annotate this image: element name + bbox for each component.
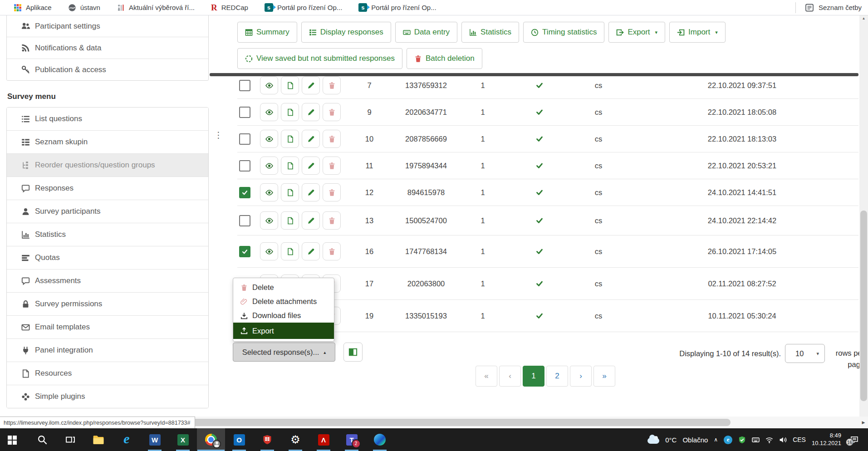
view-response-button[interactable] — [260, 76, 278, 94]
sidebar-item-participant-settings[interactable]: Participant settings — [7, 15, 208, 37]
vertical-scrollbar[interactable]: ▲ — [859, 15, 868, 417]
excel-button[interactable]: X — [169, 428, 197, 451]
taskbar-search-button[interactable] — [28, 428, 56, 451]
response-file-button[interactable] — [281, 211, 299, 230]
menu-item-download-files[interactable]: Download files — [233, 309, 334, 323]
keyboard-language[interactable]: CES — [793, 436, 806, 443]
internet-explorer-button[interactable]: e — [113, 428, 141, 451]
sidebar-item-reorder-questions[interactable]: Reorder questions/question groups — [7, 153, 208, 176]
acrobat-button[interactable]: Λ — [309, 428, 338, 451]
scroll-up-arrow[interactable]: ▲ — [859, 16, 868, 20]
volume-icon[interactable] — [779, 436, 787, 444]
timing-statistics-button[interactable]: Timing statistics — [523, 22, 604, 43]
pagination-prev-button[interactable]: ‹ — [499, 366, 521, 387]
weather-condition[interactable]: Oblačno — [682, 436, 708, 444]
delete-response-button[interactable] — [323, 242, 341, 260]
delete-response-button[interactable] — [323, 76, 341, 94]
vertical-scrollbar-thumb[interactable] — [860, 211, 867, 401]
edit-response-button[interactable] — [302, 76, 320, 94]
bookmark-item-ustavn[interactable]: ústavn — [68, 4, 100, 12]
edit-response-button[interactable] — [302, 157, 320, 175]
hidden-icons-chevron[interactable]: ∧ — [714, 436, 718, 443]
summary-button[interactable]: Summary — [237, 22, 297, 43]
bookmark-item-redcap[interactable]: R REDCap — [211, 3, 248, 12]
export-dropdown-button[interactable]: Export ▾ — [608, 22, 665, 43]
teams-button[interactable]: T2 — [338, 428, 366, 451]
row-checkbox[interactable] — [239, 80, 250, 91]
row-checkbox[interactable] — [239, 133, 250, 145]
delete-response-button[interactable] — [323, 211, 341, 230]
weather-cloud-icon[interactable] — [647, 438, 659, 444]
row-checkbox[interactable] — [239, 160, 250, 172]
word-button[interactable]: W — [141, 428, 169, 451]
pagination-page-2-button[interactable]: 2 — [546, 366, 568, 387]
chrome-button[interactable] — [197, 428, 225, 451]
defender-shield-icon[interactable] — [738, 436, 746, 444]
edge-button[interactable] — [366, 428, 394, 451]
pagination-last-button[interactable]: » — [593, 366, 615, 387]
wifi-icon[interactable] — [765, 436, 773, 444]
response-file-button[interactable] — [281, 103, 299, 121]
sidebar-item-simple-plugins[interactable]: Simple plugins — [7, 385, 208, 408]
horizontal-scrollbar[interactable]: ◀ ▶ — [162, 417, 868, 428]
sidebar-item-notifications-data[interactable]: Notifications & data — [7, 37, 208, 59]
menu-item-delete[interactable]: Delete — [233, 280, 334, 294]
view-response-button[interactable] — [260, 130, 278, 148]
pagination-page-1-button[interactable]: 1 — [523, 366, 544, 387]
view-response-button[interactable] — [260, 242, 278, 260]
scroll-right-arrow[interactable]: ▶ — [859, 417, 868, 428]
file-explorer-button[interactable] — [84, 428, 113, 451]
response-file-button[interactable] — [281, 76, 299, 94]
delete-response-button[interactable] — [323, 130, 341, 148]
horizontal-scrollbar-thumb[interactable] — [172, 419, 731, 426]
sidebar-item-quotas[interactable]: Quotas — [7, 246, 208, 269]
security-app-button[interactable] — [253, 428, 281, 451]
view-saved-responses-button[interactable]: View saved but not submitted responses — [237, 48, 402, 69]
response-file-button[interactable] — [281, 242, 299, 260]
sidebar-item-statistics[interactable]: Statistics — [7, 223, 208, 246]
view-response-button[interactable] — [260, 183, 278, 201]
bookmark-item-portal-2[interactable]: s Portál pro řízení Op... — [358, 3, 436, 12]
sidebar-item-survey-permissions[interactable]: Survey permissions — [7, 292, 208, 315]
edit-response-button[interactable] — [302, 130, 320, 148]
data-entry-button[interactable]: Data entry — [395, 22, 457, 43]
delete-response-button[interactable] — [323, 103, 341, 121]
sidebar-item-responses[interactable]: Responses — [7, 176, 208, 200]
row-checkbox[interactable] — [239, 107, 250, 118]
page-size-select[interactable]: 10 ▾ — [785, 344, 825, 363]
selected-responses-button[interactable]: Selected response(s)... ▴ — [233, 343, 335, 362]
view-response-button[interactable] — [260, 103, 278, 121]
response-file-button[interactable] — [281, 183, 299, 201]
menu-item-delete-attachments[interactable]: Delete attachments — [233, 294, 334, 309]
start-button[interactable] — [0, 428, 28, 451]
row-checkbox[interactable] — [239, 215, 250, 226]
sidebar-item-publication-access[interactable]: Publication & access — [7, 59, 208, 80]
settings-button[interactable]: ⚙ — [281, 428, 309, 451]
bookmark-item-portal-1[interactable]: s Portál pro řízení Op... — [265, 3, 342, 12]
sidebar-item-survey-participants[interactable]: Survey participants — [7, 200, 208, 223]
delete-response-button[interactable] — [323, 183, 341, 201]
menu-item-export[interactable]: Export — [233, 323, 334, 339]
sidebar-item-list-questions[interactable]: List questions — [7, 108, 208, 130]
response-file-button[interactable] — [281, 157, 299, 175]
column-settings-button[interactable] — [343, 343, 363, 362]
display-responses-button[interactable]: Display responses — [301, 22, 391, 43]
edit-response-button[interactable] — [302, 242, 320, 260]
edit-response-button[interactable] — [302, 211, 320, 230]
response-file-button[interactable] — [281, 130, 299, 148]
view-response-button[interactable] — [260, 157, 278, 175]
weather-temp[interactable]: 0°C — [665, 436, 677, 444]
statistics-button[interactable]: Statistics — [461, 22, 519, 43]
row-checkbox-checked[interactable] — [239, 246, 250, 257]
reading-list-button[interactable]: Seznam četby — [795, 2, 862, 13]
task-view-button[interactable] — [56, 428, 84, 451]
sidebar-resize-handle[interactable]: ⋮ — [214, 132, 221, 137]
import-dropdown-button[interactable]: Import ▾ — [669, 22, 726, 43]
bookmark-item-aktualni[interactable]: Aktuální výběrová ří... — [117, 4, 195, 12]
taskbar-clock[interactable]: 8:49 10.12.2021 — [812, 432, 841, 447]
sidebar-item-seznam-skupin[interactable]: Seznam skupin — [7, 130, 208, 153]
batch-deletion-button[interactable]: Batch deletion — [407, 48, 482, 69]
sidebar-item-email-templates[interactable]: Email templates — [7, 315, 208, 338]
sidebar-item-assessments[interactable]: Assessments — [7, 269, 208, 292]
delete-response-button[interactable] — [323, 157, 341, 175]
